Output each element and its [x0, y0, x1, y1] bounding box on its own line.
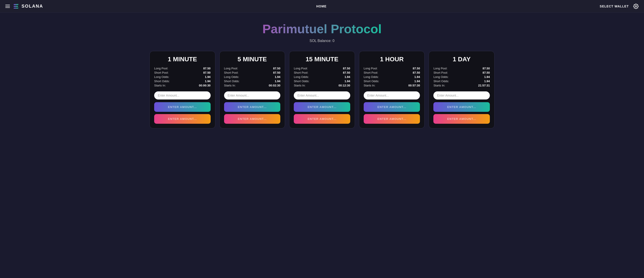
- stat-short-odds: Short Odds: 1.94: [364, 79, 420, 83]
- amount-input-1min[interactable]: [154, 91, 211, 99]
- stat-long-pool: Long Pool: 87.50: [433, 66, 490, 70]
- stat-short-pool: Short Pool: 87.50: [224, 71, 280, 75]
- card-title-1day: 1 DAY: [433, 56, 490, 63]
- hamburger-icon[interactable]: [6, 5, 10, 8]
- stat-long-pool: Long Pool: 87.50: [364, 66, 420, 70]
- btn-long-15min[interactable]: ENTER AMOUNT...: [294, 102, 350, 112]
- card-1hour: 1 HOUR Long Pool: 87.50 Short Pool: 87.5…: [359, 51, 425, 128]
- card-5min: 5 MINUTE Long Pool: 87.50 Short Pool: 87…: [219, 51, 285, 128]
- amount-input-1hour[interactable]: [364, 91, 420, 99]
- btn-short-1day[interactable]: ENTER AMOUNT...: [433, 114, 490, 124]
- select-wallet-button[interactable]: SELECT WALLET: [600, 5, 629, 8]
- btn-long-1day[interactable]: ENTER AMOUNT...: [433, 102, 490, 112]
- stat-short-odds: Short Odds: 1.94: [154, 79, 211, 83]
- stat-long-pool: Long Pool: 87.50: [294, 66, 350, 70]
- stat-starts-in: Starts In: 00:12:30: [294, 84, 350, 87]
- stat-starts-in: Starts In: 21:57:31: [433, 84, 490, 87]
- stat-short-pool: Short Pool: 87.50: [364, 71, 420, 75]
- svg-point-0: [635, 6, 636, 7]
- btn-long-1min[interactable]: ENTER AMOUNT...: [154, 102, 211, 112]
- stat-long-pool: Long Pool: 87.50: [224, 66, 280, 70]
- amount-input-5min[interactable]: [224, 91, 280, 99]
- card-stats-15min: Long Pool: 87.50 Short Pool: 87.50 Long …: [294, 66, 350, 87]
- stat-long-odds: Long Odds: 1.94: [154, 75, 211, 79]
- card-title-15min: 15 MINUTE: [294, 56, 350, 63]
- navbar-home-link[interactable]: HOME: [316, 5, 326, 8]
- stat-short-pool: Short Pool: 87.50: [294, 71, 350, 75]
- card-stats-1min: Long Pool: 87.50 Short Pool: 87.50 Long …: [154, 66, 211, 87]
- stat-long-odds: Long Odds: 1.94: [364, 75, 420, 79]
- solana-brand-text: SOLANA: [22, 4, 43, 9]
- card-1day: 1 DAY Long Pool: 87.50 Short Pool: 87.50…: [429, 51, 494, 128]
- card-stats-1hour: Long Pool: 87.50 Short Pool: 87.50 Long …: [364, 66, 420, 87]
- stat-starts-in: Starts In: 00:00:30: [154, 84, 211, 87]
- stat-short-odds: Short Odds: 1.94: [294, 79, 350, 83]
- card-1min: 1 MINUTE Long Pool: 87.50 Short Pool: 87…: [150, 51, 215, 128]
- btn-short-5min[interactable]: ENTER AMOUNT...: [224, 114, 280, 124]
- cards-grid: 1 MINUTE Long Pool: 87.50 Short Pool: 87…: [150, 51, 494, 128]
- btn-short-1hour[interactable]: ENTER AMOUNT...: [364, 114, 420, 124]
- navbar: SOLANA HOME SELECT WALLET: [0, 0, 644, 13]
- solana-logo-icon: [13, 4, 20, 9]
- card-title-1hour: 1 HOUR: [364, 56, 420, 63]
- sol-balance: SOL Balance: 0: [310, 39, 334, 43]
- stat-starts-in: Starts In: 00:57:30: [364, 84, 420, 87]
- stat-starts-in: Starts In: 00:02:30: [224, 84, 280, 87]
- stat-long-pool: Long Pool: 87.50: [154, 66, 211, 70]
- stat-short-odds: Short Odds: 1.94: [224, 79, 280, 83]
- navbar-left: SOLANA: [6, 4, 43, 9]
- card-title-5min: 5 MINUTE: [224, 56, 280, 63]
- settings-icon[interactable]: [633, 4, 638, 9]
- card-15min: 15 MINUTE Long Pool: 87.50 Short Pool: 8…: [289, 51, 355, 128]
- card-stats-5min: Long Pool: 87.50 Short Pool: 87.50 Long …: [224, 66, 280, 87]
- stat-long-odds: Long Odds: 1.94: [224, 75, 280, 79]
- btn-short-15min[interactable]: ENTER AMOUNT...: [294, 114, 350, 124]
- btn-long-5min[interactable]: ENTER AMOUNT...: [224, 102, 280, 112]
- btn-short-1min[interactable]: ENTER AMOUNT...: [154, 114, 211, 124]
- amount-input-1day[interactable]: [433, 91, 490, 99]
- stat-long-odds: Long Odds: 1.94: [294, 75, 350, 79]
- stat-short-pool: Short Pool: 87.50: [433, 71, 490, 75]
- navbar-right: SELECT WALLET: [600, 4, 638, 9]
- btn-long-1hour[interactable]: ENTER AMOUNT...: [364, 102, 420, 112]
- stat-short-odds: Short Odds: 1.94: [433, 79, 490, 83]
- page-title: Parimutuel Protocol: [262, 22, 382, 36]
- card-stats-1day: Long Pool: 87.50 Short Pool: 87.50 Long …: [433, 66, 490, 87]
- main-content: Parimutuel Protocol SOL Balance: 0 1 MIN…: [0, 13, 644, 137]
- amount-input-15min[interactable]: [294, 91, 350, 99]
- card-title-1min: 1 MINUTE: [154, 56, 211, 63]
- stat-long-odds: Long Odds: 1.94: [433, 75, 490, 79]
- stat-short-pool: Short Pool: 87.50: [154, 71, 211, 75]
- solana-logo: SOLANA: [13, 4, 43, 9]
